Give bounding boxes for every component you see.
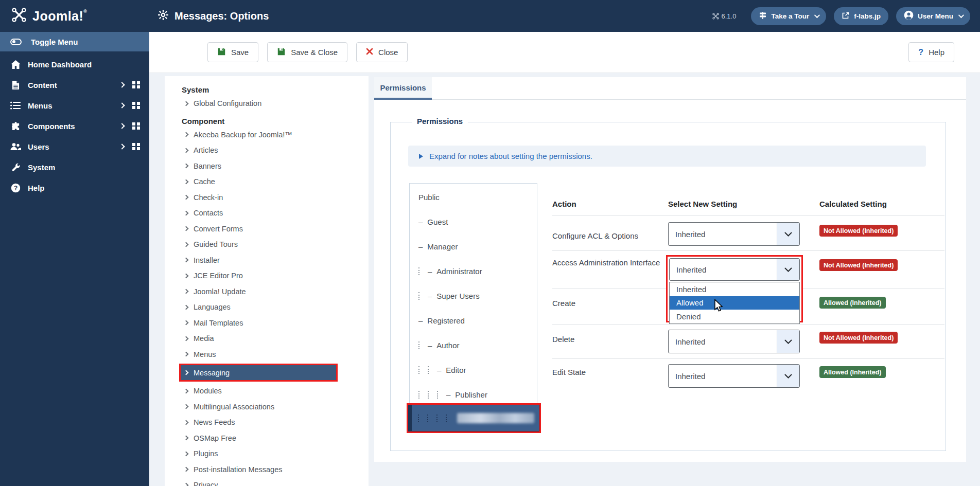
settings-item-osmap-free[interactable]: OSMap Free (165, 430, 369, 446)
sidebar-item-help[interactable]: ?Help (0, 177, 149, 198)
settings-item-articles[interactable]: Articles (165, 142, 369, 158)
chevron-right-icon (184, 273, 189, 278)
settings-item-mail-templates[interactable]: Mail Templates (165, 315, 369, 331)
chevron-right-icon (184, 482, 189, 486)
settings-item-banners[interactable]: Banners (165, 158, 369, 174)
hierarchy-dash: – (428, 292, 432, 300)
sidebar-item-content[interactable]: Content (0, 75, 149, 95)
settings-item-label: Joomla! Update (194, 287, 246, 296)
dropdown-option-inherited[interactable]: Inherited (670, 282, 799, 296)
help-button[interactable]: ? Help (908, 42, 954, 62)
indent-dots-icon (446, 415, 447, 422)
settings-item-cache[interactable]: Cache (165, 174, 369, 190)
setting-select[interactable]: Inherited (668, 364, 800, 388)
settings-item-installer[interactable]: Installer (165, 253, 369, 268)
dashboard-grid-icon[interactable] (132, 102, 140, 110)
group-row-registered[interactable]: –Registered (410, 308, 537, 333)
dropdown-option-allowed[interactable]: Allowed (670, 296, 799, 310)
settings-item-label: Installer (194, 256, 220, 264)
column-header-action: Action (552, 200, 576, 208)
indent-dots-icon (436, 415, 437, 422)
settings-item-joomla-update[interactable]: Joomla! Update (165, 284, 369, 300)
version-label: 6.1.0 (712, 12, 737, 20)
user-menu-button[interactable]: User Menu (896, 7, 970, 25)
setting-select[interactable]: Inherited (668, 222, 800, 246)
site-link-button[interactable]: f-labs.jp (834, 7, 888, 25)
chevron-down-icon[interactable] (777, 330, 799, 353)
chevron-right-icon (184, 226, 189, 231)
save-button[interactable]: Save (207, 42, 258, 62)
group-row-guest[interactable]: –Guest (410, 209, 537, 234)
settings-item-label: Post-installation Messages (194, 465, 282, 474)
setting-select[interactable]: Inherited (668, 330, 800, 353)
permission-row-delete: DeleteInheritedNot Allowed (Inherited) (552, 325, 944, 359)
settings-item-privacy[interactable]: Privacy (165, 477, 369, 486)
chevron-down-icon[interactable] (777, 259, 799, 280)
hierarchy-dash: – (446, 390, 450, 399)
settings-item-global-configuration[interactable]: Global Configuration (165, 96, 369, 112)
settings-item-label: Akeeba Backup for Joomla!™ (194, 131, 292, 139)
settings-item-label: Menus (194, 350, 216, 358)
take-a-tour-button[interactable]: Take a Tour (751, 7, 826, 25)
setting-select[interactable]: Inherited (669, 258, 800, 281)
setting-dropdown-list: InheritedAllowedDenied (669, 282, 800, 324)
sidebar-item-label: Home Dashboard (28, 60, 140, 69)
group-row-manager[interactable]: –Manager (410, 234, 537, 259)
chevron-down-icon[interactable] (777, 365, 799, 387)
sidebar-item-system[interactable]: System (0, 157, 149, 177)
permission-row-configure-acl-options: Configure ACL & OptionsInheritedNot Allo… (552, 216, 944, 251)
settings-item-jce-editor-pro[interactable]: JCE Editor Pro (165, 268, 369, 284)
settings-item-convert-forms[interactable]: Convert Forms (165, 221, 369, 237)
settings-item-post-installation-messages[interactable]: Post-installation Messages (165, 462, 369, 478)
settings-section-heading: System (165, 84, 369, 96)
chevron-right-icon (184, 164, 189, 169)
close-button[interactable]: Close (356, 42, 408, 62)
group-label: Administrator (436, 267, 482, 276)
settings-item-modules[interactable]: Modules (165, 383, 369, 399)
calculated-setting-badge: Not Allowed (Inherited) (819, 332, 898, 344)
settings-item-messaging[interactable]: Messaging (181, 365, 336, 380)
floppy-icon (277, 47, 286, 58)
sidebar-item-label: Users (28, 142, 120, 151)
dashboard-grid-icon[interactable] (132, 122, 140, 130)
indent-dots-icon (418, 391, 419, 399)
save-and-close-button[interactable]: Save & Close (267, 42, 347, 62)
settings-item-multilingual-associations[interactable]: Multilingual Associations (165, 399, 369, 415)
settings-item-menus[interactable]: Menus (165, 347, 369, 363)
settings-item-label: News Feeds (194, 418, 235, 426)
sidebar-item-home-dashboard[interactable]: Home Dashboard (0, 54, 149, 75)
sidebar-item-menus[interactable]: Menus (0, 95, 149, 116)
action-label: Delete (552, 332, 660, 347)
selected-group-row[interactable] (408, 405, 539, 431)
dashboard-grid-icon[interactable] (132, 143, 140, 151)
settings-item-plugins[interactable]: Plugins (165, 446, 369, 462)
settings-item-guided-tours[interactable]: Guided Tours (165, 237, 369, 253)
settings-item-media[interactable]: Media (165, 331, 369, 347)
settings-item-label: Plugins (194, 449, 218, 458)
dropdown-option-denied[interactable]: Denied (670, 310, 799, 323)
group-row-author[interactable]: –Author (410, 333, 537, 357)
chevron-down-icon[interactable] (777, 223, 799, 245)
settings-item-akeeba-backup-for-joomla-[interactable]: Akeeba Backup for Joomla!™ (165, 127, 369, 143)
group-row-super-users[interactable]: –Super Users (410, 283, 537, 308)
notes-toggle[interactable]: Expand for notes about setting the permi… (408, 146, 926, 167)
toggle-menu-button[interactable]: Toggle Menu (0, 32, 149, 51)
group-row-administrator[interactable]: –Administrator (410, 259, 537, 283)
dashboard-grid-icon[interactable] (132, 81, 140, 89)
list-icon (9, 100, 22, 111)
settings-item-news-feeds[interactable]: News Feeds (165, 415, 369, 430)
settings-item-contacts[interactable]: Contacts (165, 205, 369, 221)
sidebar-item-users[interactable]: Users (0, 136, 149, 157)
settings-item-label: Media (194, 334, 214, 343)
group-label: Super Users (436, 292, 479, 300)
settings-item-check-in[interactable]: Check-in (165, 190, 369, 206)
chevron-right-icon (184, 242, 189, 247)
tab-permissions[interactable]: Permissions (374, 77, 432, 100)
indent-dots-icon (418, 341, 419, 349)
group-row-editor[interactable]: –Editor (410, 357, 537, 382)
chevron-right-icon (184, 289, 189, 294)
table-header-row: Action Select New Setting Calculated Set… (552, 195, 944, 216)
settings-item-languages[interactable]: Languages (165, 299, 369, 315)
group-row-public[interactable]: Public (410, 185, 537, 209)
sidebar-item-components[interactable]: Components (0, 116, 149, 136)
